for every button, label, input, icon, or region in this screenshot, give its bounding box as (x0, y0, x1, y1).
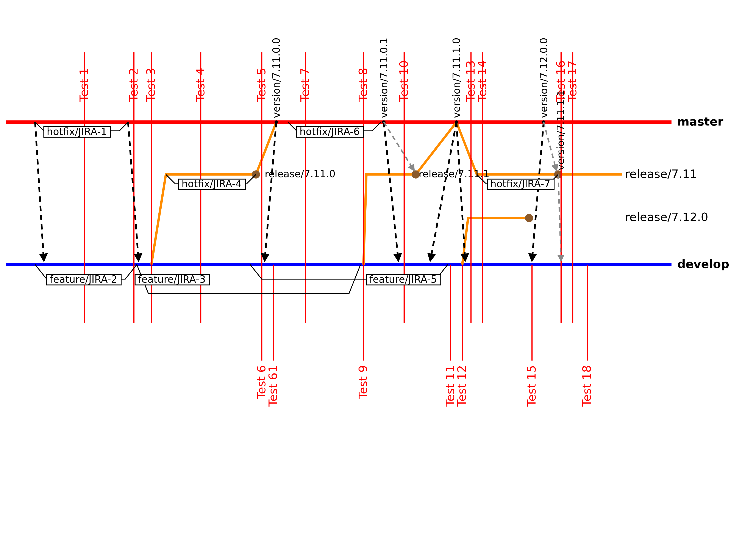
label-master: master (677, 115, 723, 128)
label-test-2: Test 2 (127, 68, 140, 102)
svg-text:hotfix/JIRA-7: hotfix/JIRA-7 (490, 178, 551, 189)
hotfix-jira-1: hotfix/JIRA-1 (35, 122, 128, 137)
label-test-14: Test 14 (475, 60, 489, 102)
release-7.11.1-path (364, 122, 456, 265)
hotfix-jira-4: hotfix/JIRA-4 (166, 175, 256, 189)
label-release-7.12.0: release/7.12.0 (625, 210, 708, 224)
merge-arrow-15 (532, 122, 544, 261)
label-version-7.11.1.1: version/7.11.1.1 (555, 90, 566, 170)
merge-arrow-11a (430, 122, 456, 261)
svg-text:feature/JIRA-2: feature/JIRA-2 (50, 273, 117, 285)
label-version-7.11.0.1: version/7.11.0.1 (378, 38, 390, 118)
release-7.12.0-path (462, 218, 529, 265)
label-version-7.12.0.0: version/7.12.0.0 (538, 38, 550, 118)
feature-jira-2: feature/JIRA-2 (35, 265, 137, 285)
svg-text:feature/JIRA-5: feature/JIRA-5 (369, 273, 437, 285)
label-develop: develop (677, 257, 729, 271)
label-release-7.11: release/7.11 (625, 167, 697, 181)
merge-dot-7.12.0 (525, 214, 533, 222)
svg-text:feature/JIRA-3: feature/JIRA-3 (138, 273, 205, 285)
svg-text:hotfix/JIRA-6: hotfix/JIRA-6 (300, 126, 360, 137)
gitflow-diagram: master develop release/7.11 release/7.12… (0, 0, 756, 535)
label-test-7: Test 7 (298, 68, 311, 102)
label-test-4: Test 4 (194, 68, 207, 102)
version-tags: version/7.11.0.0 version/7.11.0.1 versio… (270, 38, 566, 170)
label-test-5: Test 5 (255, 68, 268, 102)
label-test-12: Test 12 (455, 365, 469, 407)
label-test-3: Test 3 (144, 68, 157, 102)
label-test-18: Test 18 (580, 365, 594, 407)
release-7.11-tail (456, 122, 622, 175)
merge-arrow-8 (384, 122, 398, 261)
label-test-1: Test 1 (77, 68, 91, 102)
test-labels-top: Test 1 Test 2 Test 3 Test 4 Test 5 Test … (77, 60, 579, 102)
label-version-7.11.0.0: version/7.11.0.0 (270, 38, 282, 118)
label-test-8: Test 8 (356, 68, 370, 102)
label-test-61: Test 61 (266, 365, 280, 407)
merge-arrow-1 (35, 122, 44, 261)
label-test-10: Test 10 (397, 60, 411, 102)
hotfix-jira-6: hotfix/JIRA-6 (288, 122, 381, 137)
test-labels-bottom: Test 6 Test 61 Test 9 Test 11 Test 12 Te… (255, 365, 594, 407)
label-release-7.11.1: release/7.11.1 (419, 168, 489, 180)
label-test-15: Test 15 (525, 365, 538, 407)
feature-jira-5: feature/JIRA-5 (250, 265, 448, 285)
label-version-7.11.1.0: version/7.11.1.0 (451, 38, 462, 118)
label-test-17: Test 17 (565, 60, 579, 102)
svg-text:hotfix/JIRA-4: hotfix/JIRA-4 (182, 178, 242, 189)
merge-arrow-5 (265, 122, 276, 261)
label-release-7.11.0: release/7.11.0 (265, 168, 335, 180)
svg-text:hotfix/JIRA-1: hotfix/JIRA-1 (47, 126, 107, 137)
label-test-9: Test 9 (356, 365, 370, 400)
release-7.11.0-path (151, 122, 276, 265)
